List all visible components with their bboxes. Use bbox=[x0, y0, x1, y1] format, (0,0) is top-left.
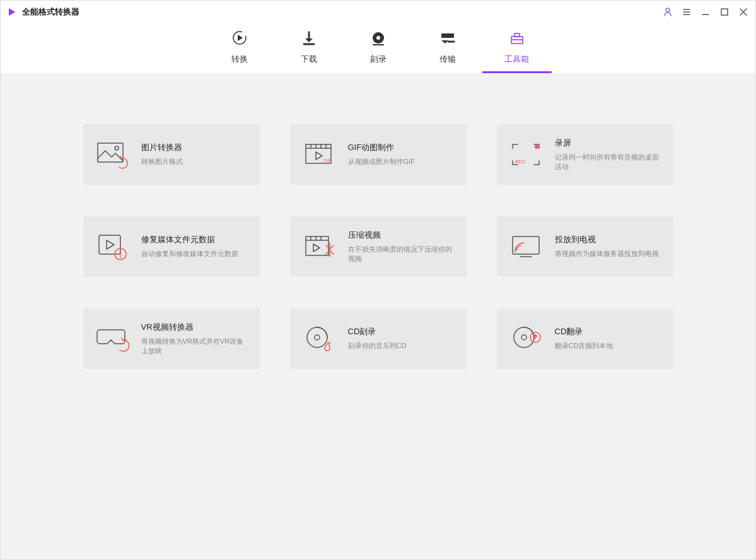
tool-cast-tv[interactable]: 投放到电视 将视频作为媒体服务器投放到电视 bbox=[497, 216, 673, 277]
titlebar-left: 全能格式转换器 bbox=[7, 6, 662, 18]
maximize-icon[interactable] bbox=[719, 6, 730, 18]
svg-rect-47 bbox=[513, 236, 539, 254]
tab-label: 传输 bbox=[439, 54, 456, 65]
card-title: CD刻录 bbox=[348, 326, 455, 337]
card-desc: 在不损失清晰度的情况下压缩你的视频 bbox=[348, 245, 455, 264]
card-desc: 从视频或图片制作GIF bbox=[348, 157, 455, 166]
svg-point-24 bbox=[115, 146, 119, 150]
tool-image-converter[interactable]: 图片转换器 转换图片格式 bbox=[83, 124, 260, 185]
tab-label: 工具箱 bbox=[504, 54, 529, 65]
card-title: CD翻录 bbox=[555, 326, 662, 337]
card-title: 投放到电视 bbox=[555, 234, 662, 245]
cd-rip-icon bbox=[508, 321, 544, 356]
svg-marker-36 bbox=[107, 240, 114, 249]
tool-cd-burn[interactable]: CD刻录 刻录你的音乐到CD bbox=[290, 308, 467, 369]
main-tabs: 转换 下载 刻录 传输 工具箱 bbox=[1, 23, 755, 74]
tab-burn[interactable]: 刻录 bbox=[344, 30, 413, 73]
svg-marker-31 bbox=[316, 152, 322, 160]
tab-toolbox[interactable]: 工具箱 bbox=[482, 30, 552, 73]
convert-icon bbox=[231, 30, 248, 49]
card-title: VR视频转换器 bbox=[141, 322, 248, 333]
tab-download[interactable]: 下载 bbox=[274, 30, 344, 73]
svg-marker-18 bbox=[441, 40, 448, 44]
svg-rect-35 bbox=[99, 235, 120, 254]
tab-transfer[interactable]: 传输 bbox=[413, 30, 482, 73]
svg-marker-12 bbox=[305, 38, 313, 42]
gif-maker-icon: GIF bbox=[301, 137, 337, 172]
card-title: 图片转换器 bbox=[141, 142, 248, 153]
screen-recorder-icon: REC bbox=[508, 137, 544, 172]
cast-tv-icon bbox=[508, 229, 544, 264]
svg-marker-10 bbox=[238, 35, 243, 41]
svg-rect-6 bbox=[721, 9, 728, 15]
card-desc: 刻录你的音乐到CD bbox=[348, 341, 455, 351]
tool-cd-rip[interactable]: CD翻录 翻录CD音频到本地 bbox=[497, 308, 673, 369]
svg-point-15 bbox=[376, 36, 380, 40]
card-desc: 将视频作为媒体服务器投放到电视 bbox=[555, 249, 662, 259]
titlebar: 全能格式转换器 bbox=[1, 1, 755, 23]
tool-screen-recorder[interactable]: REC 录屏 记录同一时间所有带有音频的桌面活动 bbox=[497, 124, 673, 185]
svg-marker-45 bbox=[313, 244, 320, 252]
tool-fix-metadata[interactable]: 修复媒体文件元数据 自动修复和修改媒体文件元数据 bbox=[83, 216, 260, 277]
svg-point-50 bbox=[315, 335, 320, 340]
compress-video-icon bbox=[301, 229, 337, 264]
burn-icon bbox=[370, 30, 387, 49]
tools-grid: 图片转换器 转换图片格式 GIF GIF动图制作 从视频或图片制作 bbox=[76, 124, 681, 369]
svg-rect-17 bbox=[441, 33, 454, 38]
tool-compress-video[interactable]: 压缩视频 在不损失清晰度的情况下压缩你的视频 bbox=[290, 216, 467, 277]
app-logo-icon bbox=[7, 7, 17, 17]
svg-text:REC: REC bbox=[515, 159, 526, 165]
cd-burn-icon bbox=[301, 321, 337, 356]
svg-marker-0 bbox=[9, 8, 15, 16]
content-area: 图片转换器 转换图片格式 GIF GIF动图制作 从视频或图片制作 bbox=[1, 74, 755, 559]
svg-point-52 bbox=[521, 335, 526, 340]
card-desc: 将视频转换为VR格式并在VR设备上放映 bbox=[141, 337, 248, 356]
card-title: GIF动图制作 bbox=[348, 142, 455, 153]
card-title: 录屏 bbox=[555, 137, 662, 149]
svg-point-39 bbox=[119, 257, 120, 258]
svg-rect-21 bbox=[515, 33, 520, 37]
minimize-icon[interactable] bbox=[700, 6, 711, 18]
tab-label: 转换 bbox=[231, 54, 248, 65]
tool-vr-converter[interactable]: VR视频转换器 将视频转换为VR格式并在VR设备上放映 bbox=[83, 308, 260, 369]
tab-label: 下载 bbox=[301, 54, 317, 65]
download-icon bbox=[301, 30, 317, 49]
titlebar-controls bbox=[662, 6, 749, 18]
svg-point-33 bbox=[535, 145, 538, 149]
tab-label: 刻录 bbox=[370, 54, 387, 65]
card-desc: 翻录CD音频到本地 bbox=[555, 341, 662, 351]
svg-text:GIF: GIF bbox=[323, 158, 332, 163]
tab-convert[interactable]: 转换 bbox=[205, 30, 274, 73]
card-desc: 记录同一时间所有带有音频的桌面活动 bbox=[555, 153, 662, 172]
tool-gif-maker[interactable]: GIF GIF动图制作 从视频或图片制作GIF bbox=[290, 124, 467, 185]
app-title: 全能格式转换器 bbox=[22, 6, 79, 18]
svg-point-1 bbox=[666, 8, 670, 12]
transfer-icon bbox=[439, 30, 456, 49]
card-desc: 自动修复和修改媒体文件元数据 bbox=[141, 249, 248, 259]
vr-converter-icon bbox=[95, 321, 130, 356]
image-converter-icon bbox=[95, 137, 130, 172]
fix-metadata-icon bbox=[95, 229, 130, 264]
card-title: 压缩视频 bbox=[348, 230, 455, 241]
menu-icon[interactable] bbox=[681, 6, 692, 18]
card-title: 修复媒体文件元数据 bbox=[141, 234, 248, 245]
user-icon[interactable] bbox=[662, 6, 673, 18]
card-desc: 转换图片格式 bbox=[141, 157, 248, 166]
toolbox-icon bbox=[509, 30, 525, 49]
svg-rect-23 bbox=[98, 143, 123, 162]
app-window: 全能格式转换器 转换 bbox=[0, 0, 756, 560]
close-icon[interactable] bbox=[738, 6, 749, 18]
